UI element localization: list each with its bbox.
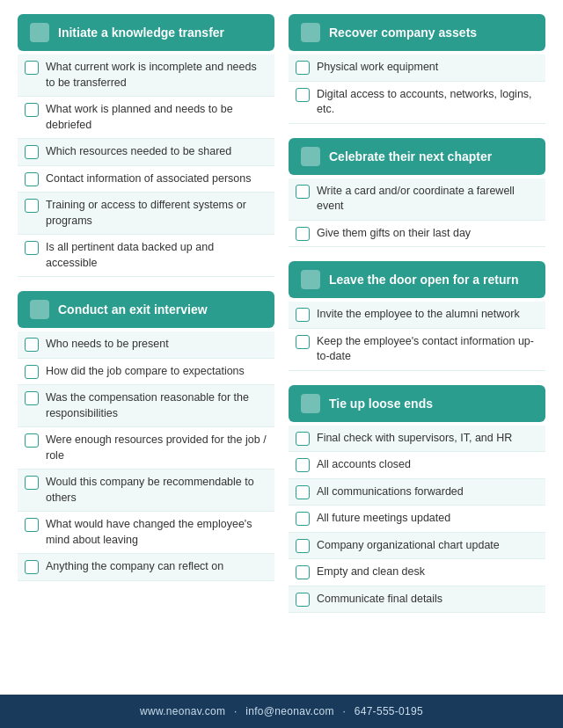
checklist-item[interactable]: How did the job compare to expectations	[18, 359, 274, 386]
section-knowledge-transfer: Initiate a knowledge transferWhat curren…	[18, 14, 274, 277]
checkbox[interactable]	[296, 185, 310, 199]
checkbox[interactable]	[25, 476, 39, 490]
section-icon-exit-interview	[30, 300, 49, 319]
checkbox[interactable]	[296, 61, 310, 75]
checklist-item[interactable]: Is all pertinent data backed up and acce…	[18, 235, 274, 277]
checkbox[interactable]	[296, 565, 310, 579]
checklist-item[interactable]: Physical work equipment	[289, 55, 545, 82]
item-text: All communications forwarded	[317, 484, 464, 500]
checkbox[interactable]	[25, 61, 39, 75]
section-door-open: Leave the door open for a returnInvite t…	[289, 261, 545, 371]
checklist-item[interactable]: All future meetings updated	[289, 506, 545, 533]
checklist-item[interactable]: Which resources needed to be shared	[18, 139, 274, 166]
section-exit-interview: Conduct an exit interviewWho needs to be…	[18, 291, 274, 581]
checkbox[interactable]	[25, 172, 39, 186]
checklist-item[interactable]: Keep the employee's contact information …	[289, 329, 545, 371]
item-text: How did the job compare to expectations	[46, 364, 245, 380]
section-title-knowledge-transfer: Initiate a knowledge transfer	[58, 25, 224, 40]
checkbox[interactable]	[25, 433, 39, 448]
checklist-celebrate: Write a card and/or coordinate a farewel…	[289, 178, 545, 248]
checklist-item[interactable]: All accounts closed	[289, 452, 545, 479]
section-celebrate: Celebrate their next chapterWrite a card…	[289, 138, 545, 248]
section-title-loose-ends: Tie up loose ends	[329, 397, 433, 411]
checkbox[interactable]	[296, 432, 310, 446]
item-text: Which resources needed to be shared	[46, 144, 231, 160]
item-text: Was the compensation reasonable for the …	[46, 390, 267, 421]
footer-dot2: ·	[342, 705, 346, 717]
section-header-recover-assets: Recover company assets	[289, 14, 545, 51]
checkbox[interactable]	[25, 199, 39, 213]
checklist-item[interactable]: Who needs to be present	[18, 331, 274, 359]
checkbox[interactable]	[296, 485, 310, 499]
item-text: Give them gifts on their last day	[317, 226, 471, 242]
item-text: What would have changed the employee's m…	[46, 517, 267, 548]
checkbox[interactable]	[296, 512, 310, 526]
footer-dot1: ·	[234, 705, 238, 717]
footer-email: info@neonav.com	[245, 705, 334, 717]
item-text: Would this company be recommendable to o…	[46, 475, 267, 506]
main-content: Initiate a knowledge transferWhat curren…	[0, 0, 563, 695]
item-text: Communicate final details	[317, 592, 442, 608]
checkbox[interactable]	[296, 227, 310, 241]
checkbox[interactable]	[25, 145, 39, 159]
checklist-item[interactable]: Invite the employee to the alumni networ…	[289, 302, 545, 329]
checklist-item[interactable]: What would have changed the employee's m…	[18, 512, 274, 554]
section-title-door-open: Leave the door open for a return	[329, 273, 518, 287]
checklist-item[interactable]: What current work is incomplete and need…	[18, 55, 274, 97]
section-recover-assets: Recover company assetsPhysical work equi…	[289, 14, 545, 124]
checkbox[interactable]	[25, 518, 39, 532]
checklist-item[interactable]: Contact information of associated person…	[18, 166, 274, 193]
checklist-item[interactable]: Training or access to different systems …	[18, 193, 274, 235]
item-text: Company organizational chart update	[317, 538, 500, 554]
item-text: Is all pertinent data backed up and acce…	[46, 240, 267, 271]
section-title-exit-interview: Conduct an exit interview	[58, 302, 208, 317]
checklist-item[interactable]: Would this company be recommendable to o…	[18, 470, 274, 512]
item-text: Digital access to accounts, networks, lo…	[317, 87, 538, 118]
section-header-celebrate: Celebrate their next chapter	[289, 138, 545, 175]
checkbox[interactable]	[296, 593, 310, 607]
checklist-item[interactable]: Empty and clean desk	[289, 559, 545, 586]
checkbox[interactable]	[25, 338, 39, 352]
section-header-door-open: Leave the door open for a return	[289, 261, 545, 298]
item-text: Final check with supervisors, IT, and HR	[317, 431, 512, 447]
checkbox[interactable]	[25, 391, 39, 405]
checklist-item[interactable]: Give them gifts on their last day	[289, 221, 545, 248]
checkbox[interactable]	[25, 103, 39, 117]
checkbox[interactable]	[296, 458, 310, 472]
checklist-recover-assets: Physical work equipmentDigital access to…	[289, 55, 545, 124]
checkbox[interactable]	[296, 539, 310, 553]
checklist-item[interactable]: Write a card and/or coordinate a farewel…	[289, 178, 545, 221]
checklist-door-open: Invite the employee to the alumni networ…	[289, 302, 545, 371]
checklist-item[interactable]: Were enough resources provided for the j…	[18, 427, 274, 470]
checkbox[interactable]	[296, 88, 310, 102]
item-text: Were enough resources provided for the j…	[46, 433, 267, 463]
section-header-exit-interview: Conduct an exit interview	[18, 291, 274, 328]
checkbox[interactable]	[25, 365, 39, 379]
item-text: Who needs to be present	[46, 337, 169, 353]
checklist-item[interactable]: Was the compensation reasonable for the …	[18, 385, 274, 427]
checklist-item[interactable]: All communications forwarded	[289, 479, 545, 506]
checkbox[interactable]	[296, 308, 310, 322]
item-text: Keep the employee's contact information …	[317, 334, 538, 365]
section-header-knowledge-transfer: Initiate a knowledge transfer	[18, 14, 274, 51]
checklist-item[interactable]: Communicate final details	[289, 586, 545, 614]
checklist-item[interactable]: Digital access to accounts, networks, lo…	[289, 82, 545, 124]
item-text: Write a card and/or coordinate a farewel…	[317, 184, 538, 215]
section-header-loose-ends: Tie up loose ends	[289, 385, 545, 422]
checkbox[interactable]	[25, 560, 39, 574]
item-text: What work is planned and needs to be deb…	[46, 102, 267, 133]
item-text: Empty and clean desk	[317, 564, 425, 580]
checkbox[interactable]	[296, 335, 310, 349]
section-title-recover-assets: Recover company assets	[329, 25, 477, 40]
checklist-item[interactable]: Company organizational chart update	[289, 533, 545, 560]
item-text: Invite the employee to the alumni networ…	[317, 307, 520, 323]
checkbox[interactable]	[25, 241, 39, 255]
checklist-item[interactable]: Anything the company can reflect on	[18, 554, 274, 581]
item-text: Training or access to different systems …	[46, 198, 267, 229]
left-column: Initiate a knowledge transferWhat curren…	[18, 14, 274, 613]
item-text: Physical work equipment	[317, 60, 438, 76]
checklist-item[interactable]: Final check with supervisors, IT, and HR	[289, 426, 545, 453]
checklist-item[interactable]: What work is planned and needs to be deb…	[18, 97, 274, 139]
section-loose-ends: Tie up loose endsFinal check with superv…	[289, 385, 545, 614]
right-column: Recover company assetsPhysical work equi…	[289, 14, 545, 613]
